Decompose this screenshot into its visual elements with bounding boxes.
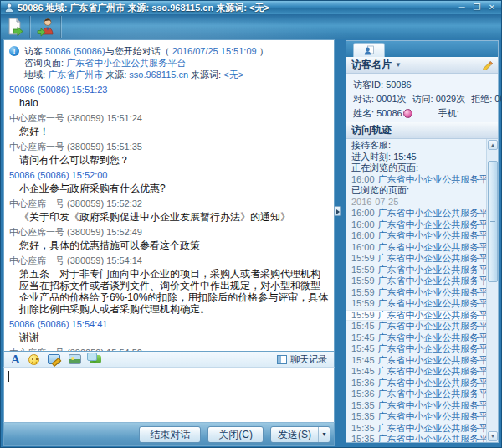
trail-entry-link[interactable]: 广东省中小企业公共服务平台 [378,366,486,376]
trail-entry-link[interactable]: 广东省中小企业公共服务平台 [378,400,486,410]
trail-entry[interactable]: 15:36广东省中小企业公共服务平台 [346,389,486,400]
close-window-button[interactable]: ✕ [486,3,498,13]
screen-capture-icon[interactable] [48,354,60,364]
system-link[interactable]: 2016/07/25 15:51:09 [172,46,257,56]
message-author: 中心座席一号 (380059) 15:52:49 [9,227,329,238]
send-options-arrow[interactable]: ▾ [318,427,330,442]
message-text: 请问有什么可以帮到您？ [19,154,329,166]
trail-entry[interactable]: 15:35广东省中小企业公共服务平台 [346,400,486,412]
chevron-down-icon[interactable]: ▼ [395,61,402,69]
phone-label: 手机: [438,108,459,118]
system-message-line: 访客 50086 (50086)与您开始对话（ 2016/07/25 15:51… [24,45,329,57]
trail-date-row: 2016-07-25 [346,197,486,209]
trail-entry-link[interactable]: 广东省中小企业公共服务平台 [378,242,486,252]
message-text: 小企业参与政府采购有什么优惠? [19,183,329,194]
tab-visitor-card[interactable] [353,43,385,57]
chat-window: 50086 地域: 广东省广州市 来源: sso.968115.cn 来源词: … [0,0,502,448]
trail-entry[interactable]: 15:59广东省中小企业公共服务平台 [346,275,486,287]
trail-entry[interactable]: 15:59广东省中小企业公共服务平台 [346,310,486,322]
trail-entry-link[interactable]: 广东省中小企业公共服务平台 [378,230,486,240]
trail-entry[interactable]: 15:59广东省中小企业公共服务平台 [346,253,486,265]
system-link[interactable]: sso.968115.cn [129,70,188,80]
trail-entry-link[interactable]: 广东省中小企业公共服务平台 [378,265,486,275]
message-author: 中心座席一号 (380059) 15:51:35 [9,142,329,152]
close-button[interactable]: 关闭(C) [207,426,264,443]
scroll-down-arrow[interactable]: ▼ [488,431,498,441]
trail-scrollbar[interactable]: ▲ ▼ [486,139,498,442]
trail-entry[interactable]: 15:59广东省中小企业公共服务平台 [346,265,486,276]
trail-entry[interactable]: 15:45广东省中小企业公共服务平台 [346,366,486,378]
message-text: 您好！ [19,126,329,137]
message-text: 《关于印发《政府采购促进中小企业发展暂行办法》的通知》 [19,211,329,223]
trail-entry[interactable]: 16:00广东省中小企业公共服务平台 [346,208,486,219]
panel-splitter-button[interactable] [334,206,341,216]
emoticon-icon[interactable] [28,354,39,365]
end-conversation-button[interactable]: 结束对话 [139,426,201,443]
trail-entry[interactable]: 16:00广东省中小企业公共服务平台 [346,174,486,186]
scrollbar-thumb[interactable] [488,161,498,282]
visitor-card-title[interactable]: 访客名片 [351,58,392,72]
trail-entry-time: 15:59 [351,265,375,275]
trail-entry[interactable]: 15:45广东省中小企业公共服务平台 [346,343,486,355]
chat-history-toggle[interactable]: 聊天记录 [277,353,327,366]
trail-entry[interactable]: 15:59广东省中小企业公共服务平台 [346,298,486,310]
scroll-up-arrow[interactable]: ▲ [488,140,498,150]
system-label: 与您开始对话（ [105,46,172,56]
quick-reply-icon[interactable] [90,355,101,363]
send-image-icon[interactable] [69,354,81,364]
trail-entry[interactable]: 15:36广东省中小企业公共服务平台 [346,378,486,389]
message-author: 中心座席一号 (380059) 15:54:14 [9,255,329,266]
visit-trail-list[interactable]: 接待客服:进入时刻: 15:45正在浏览的页面:16:00广东省中小企业公共服务… [346,139,498,442]
maximize-button[interactable]: ❐ [471,3,483,13]
font-format-icon[interactable]: A [11,353,20,365]
transfer-session-button[interactable] [32,15,60,39]
trail-entry[interactable]: 15:35广东省中小企业公共服务平台 [346,434,486,442]
history-date: 2016-07-25 [351,197,398,207]
trail-entry-link[interactable]: 广东省中小企业公共服务平台 [378,332,486,342]
trail-label-row: 正在浏览的页面: [346,162,486,174]
trail-entry-link[interactable]: 广东省中小企业公共服务平台 [378,343,486,353]
trail-entry-link[interactable]: 广东省中小企业公共服务平台 [378,287,486,297]
trail-entry[interactable]: 15:35广东省中小企业公共服务平台 [346,411,486,423]
trail-entry-link[interactable]: 广东省中小企业公共服务平台 [378,434,486,442]
system-label: 来源: [103,70,129,80]
edit-pencil-icon[interactable] [482,59,493,70]
trail-entry[interactable]: 15:35广东省中小企业公共服务平台 [346,423,486,435]
trail-entry[interactable]: 16:00广东省中小企业公共服务平台 [346,242,486,254]
trail-entry[interactable]: 15:59广东省中小企业公共服务平台 [346,287,486,299]
trail-entry-link[interactable]: 广东省中小企业公共服务平台 [378,253,486,263]
trail-entry-time: 16:00 [351,174,375,184]
trail-entry-link[interactable]: 广东省中小企业公共服务平台 [378,423,486,433]
trail-entry-link[interactable]: 广东省中小企业公共服务平台 [378,208,486,218]
trail-entry-link[interactable]: 广东省中小企业公共服务平台 [378,321,486,331]
trail-entry-link[interactable]: 广东省中小企业公共服务平台 [378,310,486,320]
trail-entry-link[interactable]: 广东省中小企业公共服务平台 [378,174,486,184]
chat-message-area[interactable]: ! 访客 50086 (50086)与您开始对话（ 2016/07/25 15:… [3,39,335,351]
trail-entry-time: 15:59 [351,253,375,263]
trail-entry[interactable]: 16:00广东省中小企业公共服务平台 [346,219,486,231]
trail-entry-link[interactable]: 广东省中小企业公共服务平台 [378,355,486,365]
trail-entry[interactable]: 16:00广东省中小企业公共服务平台 [346,230,486,242]
trail-entry-time: 16:00 [351,230,375,240]
send-button[interactable]: 发送(S) ▾ [270,426,330,443]
trail-entry[interactable]: 15:45广东省中小企业公共服务平台 [346,355,486,367]
system-link[interactable]: 广东省广州市 [48,70,103,80]
chat-message: 中心座席一号 (380059) 15:51:24您好！ [9,113,329,137]
system-link[interactable]: 广东省中小企业公共服务平台 [66,58,186,68]
visitor-id-row: 访客ID: 50086 [353,78,491,92]
message-input[interactable] [3,368,335,422]
trail-entry[interactable]: 15:45广东省中小企业公共服务平台 [346,321,486,332]
trail-entry[interactable]: 15:45广东省中小企业公共服务平台 [346,332,486,344]
trail-entry-link[interactable]: 广东省中小企业公共服务平台 [378,298,486,308]
trail-entry-link[interactable]: 广东省中小企业公共服务平台 [378,389,486,399]
trail-entry-link[interactable]: 广东省中小企业公共服务平台 [378,219,486,229]
system-link[interactable]: <无> [223,70,243,80]
trail-entry-link[interactable]: 广东省中小企业公共服务平台 [378,378,486,388]
trail-entry-time: 16:00 [351,219,375,229]
trail-entry-link[interactable]: 广东省中小企业公共服务平台 [378,411,486,421]
avatar-icon [403,109,412,118]
trail-entry-link[interactable]: 广东省中小企业公共服务平台 [378,275,486,286]
minimize-button[interactable]: ─ [456,3,468,13]
export-record-button[interactable] [1,15,29,39]
system-link[interactable]: 50086 (50086) [45,46,105,56]
